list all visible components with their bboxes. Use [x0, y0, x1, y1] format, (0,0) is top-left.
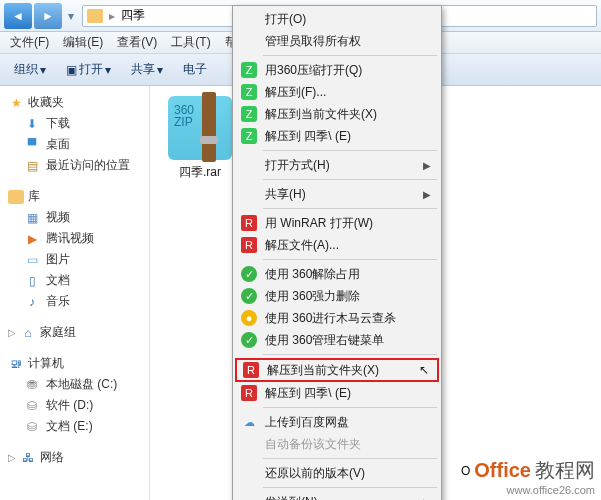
ctx-auto-backup: 自动备份该文件夹	[235, 433, 439, 455]
ctx-extract-files[interactable]: R解压文件(A)...	[235, 234, 439, 256]
ctx-separator	[263, 208, 437, 209]
ctx-360-manage-menu[interactable]: ✓使用 360管理右键菜单	[235, 329, 439, 351]
desktop-icon: ▀	[24, 137, 40, 153]
sidebar-item-music[interactable]: ♪音乐	[4, 291, 145, 312]
ctx-separator	[263, 150, 437, 151]
ctx-open-with[interactable]: 打开方式(H)▶	[235, 154, 439, 176]
tencent-video-icon: ▶	[24, 231, 40, 247]
chevron-icon: ▷	[8, 327, 16, 338]
sidebar-item-drive-d[interactable]: ⛁软件 (D:)	[4, 395, 145, 416]
ctx-separator	[263, 179, 437, 180]
watermark: O Office教程网 www.office26.com	[461, 457, 595, 496]
winrar-icon: R	[241, 237, 257, 253]
cloud-icon: ☁	[241, 414, 257, 430]
document-icon: ▯	[24, 273, 40, 289]
menu-tools[interactable]: 工具(T)	[165, 32, 216, 53]
libraries-header[interactable]: 库	[4, 186, 145, 207]
archive-icon: 360ZIP	[168, 96, 232, 160]
drive-icon: ⛃	[24, 377, 40, 393]
ctx-restore-previous[interactable]: 还原以前的版本(V)	[235, 462, 439, 484]
drive-icon: ⛁	[24, 398, 40, 414]
sidebar-item-downloads[interactable]: ⬇下载	[4, 113, 145, 134]
360zip-icon: Z	[241, 106, 257, 122]
computer-header[interactable]: 🖳计算机	[4, 353, 145, 374]
music-icon: ♪	[24, 294, 40, 310]
sidebar-item-documents[interactable]: ▯文档	[4, 270, 145, 291]
breadcrumb-separator: ▸	[109, 9, 115, 23]
context-menu: 打开(O) 管理员取得所有权 Z用360压缩打开(Q) Z解压到(F)... Z…	[232, 5, 442, 500]
history-dropdown[interactable]: ▾	[64, 3, 78, 29]
ctx-extract-here-highlighted[interactable]: R解压到当前文件夹(X)↖	[235, 358, 439, 382]
ctx-send-to[interactable]: 发送到(N)▶	[235, 491, 439, 500]
picture-icon: ▭	[24, 252, 40, 268]
submenu-arrow-icon: ▶	[423, 189, 431, 200]
ctx-separator	[263, 354, 437, 355]
360zip-icon: Z	[241, 84, 257, 100]
forward-button[interactable]: ►	[34, 3, 62, 29]
winrar-icon: R	[241, 385, 257, 401]
share-button[interactable]: 共享 ▾	[123, 58, 171, 81]
sidebar-item-drive-e[interactable]: ⛁文档 (E:)	[4, 416, 145, 437]
ctx-open-360[interactable]: Z用360压缩打开(Q)	[235, 59, 439, 81]
network-header[interactable]: ▷🖧网络	[4, 447, 145, 468]
cursor-icon: ↖	[419, 363, 429, 377]
organize-button[interactable]: 组织 ▾	[6, 58, 54, 81]
file-item[interactable]: 360ZIP 四季.rar	[160, 96, 240, 181]
library-icon	[8, 190, 24, 204]
ctx-360-unlock[interactable]: ✓使用 360解除占用	[235, 263, 439, 285]
sidebar-item-desktop[interactable]: ▀桌面	[4, 134, 145, 155]
ctx-extract-here[interactable]: Z解压到当前文件夹(X)	[235, 103, 439, 125]
ctx-share[interactable]: 共享(H)▶	[235, 183, 439, 205]
ctx-extract-to-folder-2[interactable]: R解压到 四季\ (E)	[235, 382, 439, 404]
360zip-icon: Z	[241, 62, 257, 78]
download-icon: ⬇	[24, 116, 40, 132]
favorites-header[interactable]: ★收藏夹	[4, 92, 145, 113]
ctx-separator	[263, 407, 437, 408]
network-icon: 🖧	[20, 450, 36, 466]
sidebar-item-tencent-video[interactable]: ▶腾讯视频	[4, 228, 145, 249]
open-button[interactable]: ▣ 打开 ▾	[58, 58, 119, 81]
video-icon: ▦	[24, 210, 40, 226]
menu-file[interactable]: 文件(F)	[4, 32, 55, 53]
star-icon: ★	[8, 95, 24, 111]
navigation-pane: ★收藏夹 ⬇下载 ▀桌面 ▤最近访问的位置 库 ▦视频 ▶腾讯视频 ▭图片 ▯文…	[0, 86, 150, 500]
ctx-extract-to-folder[interactable]: Z解压到 四季\ (E)	[235, 125, 439, 147]
email-button[interactable]: 电子	[175, 58, 215, 81]
sidebar-item-recent[interactable]: ▤最近访问的位置	[4, 155, 145, 176]
homegroup-header[interactable]: ▷⌂家庭组	[4, 322, 145, 343]
breadcrumb-current[interactable]: 四季	[121, 7, 145, 24]
winrar-icon: R	[243, 362, 259, 378]
ctx-open[interactable]: 打开(O)	[235, 8, 439, 30]
menu-view[interactable]: 查看(V)	[111, 32, 163, 53]
ctx-separator	[263, 487, 437, 488]
watermark-brand-suffix: 教程网	[535, 457, 595, 484]
360shield-icon: ✓	[241, 266, 257, 282]
ctx-360-trojan-scan[interactable]: ●使用 360进行木马云查杀	[235, 307, 439, 329]
submenu-arrow-icon: ▶	[423, 160, 431, 171]
drive-icon: ⛁	[24, 419, 40, 435]
sidebar-item-videos[interactable]: ▦视频	[4, 207, 145, 228]
back-button[interactable]: ◄	[4, 3, 32, 29]
watermark-logo-icon: O	[461, 464, 470, 478]
ctx-winrar-open[interactable]: R用 WinRAR 打开(W)	[235, 212, 439, 234]
sidebar-item-pictures[interactable]: ▭图片	[4, 249, 145, 270]
ctx-baidu-upload[interactable]: ☁上传到百度网盘	[235, 411, 439, 433]
360ball-icon: ●	[241, 310, 257, 326]
watermark-brand: Office	[474, 459, 531, 482]
chevron-icon: ▷	[8, 452, 16, 463]
ctx-separator	[263, 259, 437, 260]
sidebar-item-drive-c[interactable]: ⛃本地磁盘 (C:)	[4, 374, 145, 395]
ctx-separator	[263, 458, 437, 459]
folder-icon	[87, 9, 103, 23]
submenu-arrow-icon: ▶	[423, 497, 431, 501]
ctx-separator	[263, 55, 437, 56]
watermark-url: www.office26.com	[461, 484, 595, 496]
homegroup-icon: ⌂	[20, 325, 36, 341]
winrar-icon: R	[241, 215, 257, 231]
ctx-360-force-delete[interactable]: ✓使用 360强力删除	[235, 285, 439, 307]
360shield-icon: ✓	[241, 332, 257, 348]
ctx-admin-own[interactable]: 管理员取得所有权	[235, 30, 439, 52]
ctx-extract-to[interactable]: Z解压到(F)...	[235, 81, 439, 103]
360shield-icon: ✓	[241, 288, 257, 304]
menu-edit[interactable]: 编辑(E)	[57, 32, 109, 53]
